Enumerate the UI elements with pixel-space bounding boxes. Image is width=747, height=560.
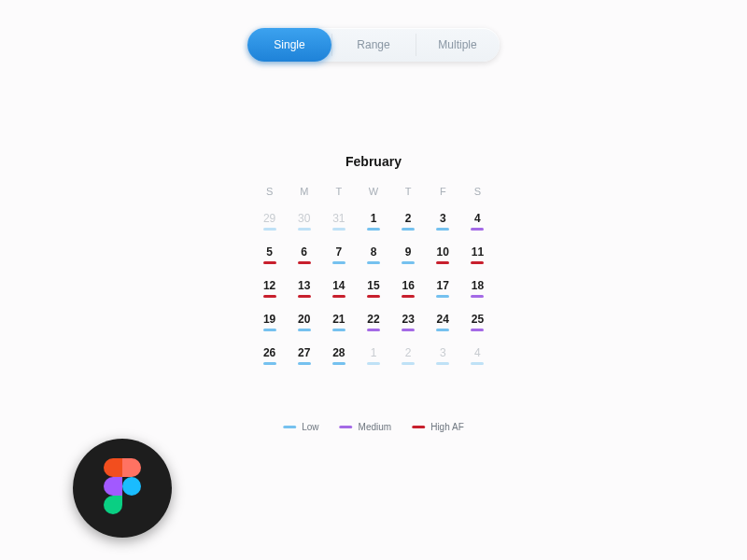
calendar-day-level-bar xyxy=(471,228,484,231)
calendar-dow: W xyxy=(356,186,390,197)
calendar-day[interactable]: 3 xyxy=(426,346,460,365)
calendar-day[interactable]: 9 xyxy=(391,245,426,264)
calendar-day-level-bar xyxy=(402,228,415,231)
calendar-day[interactable]: 11 xyxy=(460,245,495,264)
calendar-day-level-bar xyxy=(436,329,449,331)
calendar-day[interactable]: 5 xyxy=(252,245,287,264)
calendar-day-level-bar xyxy=(298,362,311,365)
mode-tabs: Single Range Multiple xyxy=(247,28,500,62)
calendar-day-number: 19 xyxy=(263,313,275,326)
calendar-grid: SMTWTFS293031123456789101112131415161718… xyxy=(252,186,495,365)
calendar-day-level-bar xyxy=(332,228,345,231)
calendar-day-number: 25 xyxy=(472,313,484,326)
calendar-day[interactable]: 2 xyxy=(391,346,426,365)
calendar-day[interactable]: 13 xyxy=(287,279,321,298)
calendar-day-number: 27 xyxy=(298,346,310,359)
calendar-month-title: February xyxy=(252,154,495,169)
calendar-day[interactable]: 30 xyxy=(287,212,321,231)
calendar-day-level-bar xyxy=(298,228,311,231)
calendar-day[interactable]: 22 xyxy=(356,313,390,331)
calendar-day[interactable]: 28 xyxy=(321,346,356,365)
calendar-day[interactable]: 23 xyxy=(391,313,426,331)
calendar-day-level-bar xyxy=(332,362,345,365)
calendar-day[interactable]: 19 xyxy=(252,313,287,331)
calendar-day[interactable]: 24 xyxy=(426,313,460,331)
calendar-day[interactable]: 14 xyxy=(321,279,356,298)
calendar-day[interactable]: 31 xyxy=(321,212,356,231)
legend-label: Low xyxy=(302,422,318,432)
calendar-day-level-bar xyxy=(263,295,276,298)
calendar-day-level-bar xyxy=(402,329,415,331)
calendar-dow: S xyxy=(252,186,287,197)
calendar-day-number: 21 xyxy=(332,313,345,326)
tab-range[interactable]: Range xyxy=(331,28,416,62)
calendar-dow: T xyxy=(321,186,356,197)
calendar-day-number: 3 xyxy=(440,346,446,359)
calendar-day[interactable]: 21 xyxy=(321,313,356,331)
calendar-day[interactable]: 26 xyxy=(252,346,287,365)
calendar-day[interactable]: 6 xyxy=(287,245,321,264)
calendar-day[interactable]: 27 xyxy=(287,346,321,365)
tab-single[interactable]: Single xyxy=(247,28,331,62)
calendar-day-number: 31 xyxy=(332,212,345,225)
calendar-day-number: 28 xyxy=(332,346,345,359)
calendar-day-number: 26 xyxy=(263,346,275,359)
calendar-day[interactable]: 10 xyxy=(426,245,460,264)
calendar-day-level-bar xyxy=(298,295,311,298)
calendar-day-level-bar xyxy=(367,329,380,331)
calendar-day-number: 30 xyxy=(298,212,310,225)
calendar-day-level-bar xyxy=(471,362,484,365)
calendar-day-number: 18 xyxy=(472,279,484,292)
calendar-day-level-bar xyxy=(367,261,380,264)
calendar-day-level-bar xyxy=(263,228,276,231)
calendar-day-number: 8 xyxy=(371,245,377,259)
calendar-day[interactable]: 2 xyxy=(391,212,426,231)
tab-label: Single xyxy=(274,38,304,51)
calendar-dow: F xyxy=(426,186,460,197)
calendar-day[interactable]: 25 xyxy=(460,313,495,331)
calendar-day[interactable]: 17 xyxy=(426,279,460,298)
legend-label: High AF xyxy=(430,422,464,432)
calendar-day-level-bar xyxy=(332,261,345,264)
calendar-day[interactable]: 18 xyxy=(460,279,495,298)
calendar-day-number: 22 xyxy=(367,313,379,326)
calendar-day[interactable]: 1 xyxy=(356,212,390,231)
calendar-day-number: 5 xyxy=(266,245,273,259)
calendar-day[interactable]: 4 xyxy=(460,212,495,231)
calendar-day[interactable]: 1 xyxy=(356,346,390,365)
calendar-dow: M xyxy=(287,186,321,197)
calendar-day[interactable]: 15 xyxy=(356,279,390,298)
calendar-day-number: 10 xyxy=(437,245,449,259)
calendar-day-level-bar xyxy=(263,261,276,264)
calendar-day[interactable]: 20 xyxy=(287,313,321,331)
calendar-day[interactable]: 12 xyxy=(252,279,287,298)
calendar-dow: S xyxy=(460,186,495,197)
calendar-day[interactable]: 4 xyxy=(460,346,495,365)
calendar-day-number: 4 xyxy=(474,212,481,225)
calendar-day-level-bar xyxy=(263,362,276,365)
calendar-day-number: 11 xyxy=(472,245,484,259)
legend-label: Medium xyxy=(359,422,392,432)
legend-swatch-high xyxy=(412,426,425,428)
tab-multiple[interactable]: Multiple xyxy=(416,28,500,62)
calendar-day-level-bar xyxy=(471,261,484,264)
calendar-day-number: 15 xyxy=(367,279,379,292)
calendar-day[interactable]: 3 xyxy=(426,212,460,231)
tab-label: Multiple xyxy=(438,38,476,51)
calendar-day-level-bar xyxy=(402,261,415,264)
calendar-day[interactable]: 29 xyxy=(252,212,287,231)
calendar-day-number: 6 xyxy=(301,245,307,259)
legend-item-high: High AF xyxy=(412,422,464,432)
calendar-day-number: 1 xyxy=(371,212,377,225)
calendar-day-number: 9 xyxy=(405,245,412,259)
calendar-day-number: 12 xyxy=(263,279,275,292)
svg-point-0 xyxy=(122,477,141,496)
legend: Low Medium High AF xyxy=(283,422,464,432)
calendar-day[interactable]: 16 xyxy=(391,279,426,298)
calendar-day-number: 13 xyxy=(298,279,310,292)
calendar-day-level-bar xyxy=(298,261,311,264)
calendar-day[interactable]: 7 xyxy=(321,245,356,264)
calendar-day-level-bar xyxy=(402,295,415,298)
calendar-day[interactable]: 8 xyxy=(356,245,390,264)
calendar-day-number: 20 xyxy=(298,313,310,326)
